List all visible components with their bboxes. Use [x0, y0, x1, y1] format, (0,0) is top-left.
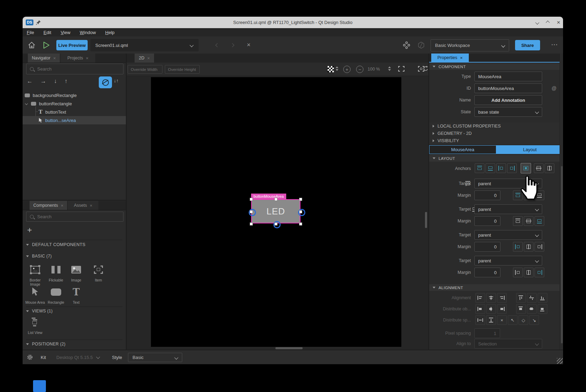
- vertical-scrollbar[interactable]: [425, 212, 427, 228]
- center-horizontal-button[interactable]: [524, 242, 533, 252]
- move-up-icon[interactable]: ↑: [65, 78, 68, 85]
- component-text[interactable]: T Text: [66, 285, 87, 304]
- reset-view-button[interactable]: [422, 65, 429, 73]
- spacing-diagonal-down-button[interactable]: ↘: [529, 315, 539, 325]
- section-default-components[interactable]: DEFAULT COMPONENTS: [23, 242, 126, 247]
- spacing-diamond-button[interactable]: ◇: [519, 315, 528, 325]
- anchor-to-left-button[interactable]: [513, 242, 523, 252]
- debug-button[interactable]: [417, 41, 426, 50]
- properties-scrollbar[interactable]: [560, 54, 563, 350]
- run-target-button[interactable]: [402, 41, 411, 50]
- reverse-order-button[interactable]: ↓↑: [114, 78, 119, 83]
- led-button[interactable]: LED: [251, 199, 300, 223]
- move-down-icon[interactable]: ↓: [54, 78, 57, 85]
- close-icon[interactable]: ×: [147, 56, 150, 61]
- resize-handle-sw[interactable]: [250, 222, 253, 226]
- align-left-button[interactable]: [475, 293, 485, 303]
- anchor-left-button[interactable]: [496, 163, 506, 173]
- section-visibility[interactable]: VISIBILITY: [429, 137, 563, 145]
- target-bottom-select[interactable]: parent: [474, 204, 542, 214]
- align-right-button[interactable]: [497, 293, 507, 303]
- tab-properties[interactable]: Properties ×: [431, 54, 469, 62]
- taskbar-icon[interactable]: [33, 380, 46, 392]
- section-positioner[interactable]: POSITIONER (2): [23, 342, 126, 346]
- tab-projects[interactable]: Projects ×: [61, 54, 95, 63]
- close-icon[interactable]: ×: [90, 203, 93, 208]
- swatch-stepper[interactable]: [336, 66, 338, 71]
- align-top-button[interactable]: [516, 293, 526, 303]
- component-item[interactable]: Item: [88, 263, 109, 282]
- kit-settings-button[interactable]: [26, 353, 34, 361]
- margin-right-value[interactable]: 0: [474, 268, 500, 277]
- id-field[interactable]: buttonMouseArea: [474, 83, 542, 93]
- background-color-swatch[interactable]: [328, 66, 334, 72]
- fit-selection-icon[interactable]: [398, 66, 404, 72]
- scrollbar-thumb[interactable]: [561, 166, 563, 343]
- section-geometry-2d[interactable]: GEOMETRY - 2D: [429, 130, 563, 137]
- spacing-diagonal-up-button[interactable]: ↖: [508, 315, 517, 325]
- align-to-select[interactable]: Selection: [474, 339, 542, 349]
- workspace-selector[interactable]: Basic Workspace: [431, 39, 509, 51]
- tab-navigator[interactable]: Navigator ×: [28, 54, 60, 63]
- components-search-input[interactable]: [37, 214, 107, 220]
- center-horizontal-button[interactable]: [524, 268, 533, 277]
- section-layout[interactable]: LAYOUT: [429, 155, 563, 162]
- tab-mousearea[interactable]: MouseArea: [429, 145, 496, 154]
- anchor-to-right-button[interactable]: [535, 268, 544, 277]
- close-icon[interactable]: ×: [61, 203, 64, 208]
- override-height-input[interactable]: [165, 65, 200, 74]
- add-module-button[interactable]: +: [27, 225, 32, 235]
- show-only-visible-button[interactable]: [99, 76, 112, 88]
- component-flickable[interactable]: Flickable: [46, 263, 66, 282]
- move-right-icon[interactable]: →: [40, 78, 46, 85]
- close-icon[interactable]: ×: [86, 56, 89, 61]
- anchor-to-left-button[interactable]: [513, 268, 523, 277]
- spacing-vertical-button[interactable]: [486, 315, 496, 325]
- navigator-search-input[interactable]: [37, 66, 107, 72]
- annotation-at-icon[interactable]: @: [552, 85, 556, 91]
- tab-components[interactable]: Components ×: [30, 201, 67, 210]
- menu-help[interactable]: Help: [105, 30, 115, 35]
- section-basic[interactable]: BASIC (7): [23, 254, 126, 259]
- component-border-image[interactable]: Border Image: [25, 263, 46, 286]
- type-field[interactable]: MouseArea: [474, 72, 542, 81]
- live-preview-button[interactable]: Live Preview: [56, 40, 88, 50]
- close-icon[interactable]: ×: [460, 55, 463, 60]
- center-vertical-button[interactable]: [524, 216, 533, 226]
- distribute-v-center-button[interactable]: [527, 304, 537, 314]
- tab-assets[interactable]: Assets ×: [68, 201, 98, 210]
- tree-item-backgroundRectangle[interactable]: backgroundRectangle: [23, 91, 126, 99]
- pixel-spacing-input[interactable]: 1: [474, 328, 500, 338]
- align-bottom-button[interactable]: [538, 293, 547, 303]
- style-selector[interactable]: Basic: [128, 353, 182, 362]
- spacing-horizontal-button[interactable]: [475, 315, 485, 325]
- anchor-vertical-center-button[interactable]: [534, 163, 544, 173]
- share-button[interactable]: Share: [515, 40, 540, 50]
- back-button[interactable]: [213, 41, 222, 49]
- distribute-bottom-button[interactable]: [538, 304, 547, 314]
- anchor-to-top-button[interactable]: [513, 216, 523, 226]
- tab-2d[interactable]: 2D ×: [135, 54, 154, 63]
- window-close-icon[interactable]: ×: [557, 19, 560, 25]
- tree-item-buttonText[interactable]: T buttonText: [23, 108, 126, 116]
- resize-grip[interactable]: [557, 358, 563, 364]
- home-button[interactable]: [27, 41, 36, 49]
- anchor-right-button[interactable]: [507, 163, 517, 173]
- kit-value[interactable]: Desktop Qt 5.15.5: [56, 355, 93, 360]
- margin-bottom-value[interactable]: 0: [474, 216, 500, 226]
- menu-window[interactable]: Window: [80, 30, 96, 35]
- resize-handle-ne[interactable]: [299, 198, 302, 201]
- chevron-down-icon[interactable]: [96, 355, 100, 359]
- spacing-none-button[interactable]: ×: [497, 315, 507, 325]
- anchor-top-button[interactable]: [475, 163, 484, 173]
- margin-top-value[interactable]: 0: [474, 190, 500, 200]
- resize-handle-s[interactable]: [274, 222, 278, 226]
- anchor-to-right-button[interactable]: [535, 242, 544, 252]
- anchor-bottom-button[interactable]: [485, 163, 495, 173]
- move-left-icon[interactable]: ←: [27, 78, 33, 85]
- tree-item-buttonMouseArea[interactable]: button...seArea: [23, 116, 126, 124]
- tab-layout[interactable]: Layout: [496, 145, 563, 154]
- expand-icon[interactable]: [25, 102, 28, 105]
- target-right-select[interactable]: parent: [474, 256, 542, 266]
- menu-file[interactable]: File: [27, 30, 34, 35]
